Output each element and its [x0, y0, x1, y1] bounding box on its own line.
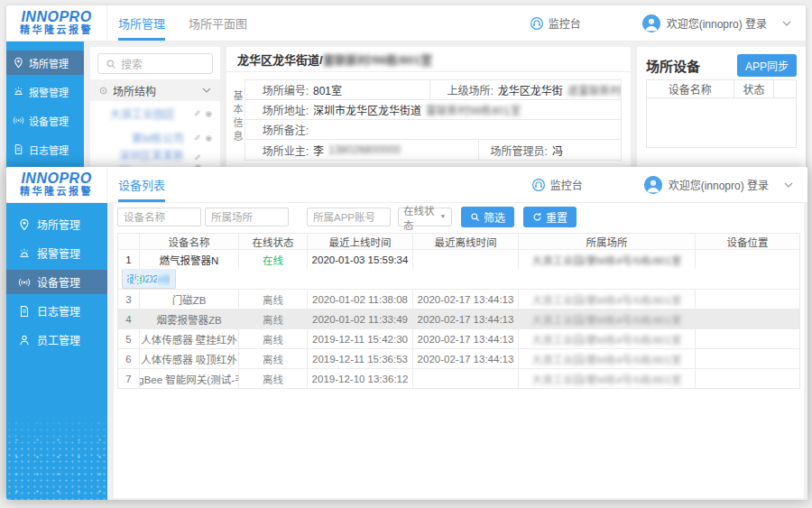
- sidebar-item-label: 日志管理: [29, 143, 69, 157]
- venue-management-window: INNOPRO 精华隆云报警 场所管理 场所平面图 监控台 欢迎您(innopr…: [6, 5, 806, 169]
- sidebar-item-log-management[interactable]: 日志管理: [6, 299, 107, 323]
- sidebar-item-device-management[interactable]: 设备管理: [6, 270, 107, 294]
- column-index: [118, 234, 140, 249]
- app-sync-button[interactable]: APP同步: [737, 54, 797, 77]
- device-list-window: INNOPRO 精华隆云报警 设备列表 监控台 欢迎您(innopro) 登录: [6, 167, 807, 500]
- sidebar-item-device-management[interactable]: 设备管理: [6, 108, 84, 133]
- top-header-right: 监控台 欢迎您(innopro) 登录: [530, 5, 806, 41]
- sidebar-item-staff-management[interactable]: 员工管理: [6, 328, 107, 352]
- breadcrumb-redacted: 富联新村/98栋/801室: [323, 51, 432, 68]
- monitor-console-label: 监控台: [550, 177, 583, 192]
- search-icon: [106, 59, 116, 69]
- tab-venue-floorplan[interactable]: 场所平面图: [189, 5, 247, 41]
- venue-devices-panel: 场所设备 APP同步 设备名称 状态: [636, 47, 806, 169]
- filter-button[interactable]: 筛选: [461, 207, 514, 227]
- row-index: 4: [118, 309, 140, 328]
- row-index: 1: [118, 250, 140, 269]
- form-row-owner: 场所业主: 李 138026800000 场所管理员: 冯: [245, 140, 621, 160]
- sidebar-item-label: 场所管理: [29, 56, 69, 70]
- venue-cell: 大浪工业园/第M栋4号/5栋/801室: [519, 290, 696, 309]
- user-menu[interactable]: 欢迎您(innopro) 登录: [642, 14, 791, 32]
- venue-detail-panel: 龙华区龙华街道/ 富联新村/98栋/801室 基本信息 场所编号: 801室 上…: [226, 47, 631, 169]
- last-offline-cell: 2020-02-17 13:44:13: [413, 309, 519, 328]
- device-name-filter-input[interactable]: [117, 208, 201, 226]
- manager-value: 冯: [548, 143, 563, 158]
- avatar: [642, 14, 660, 32]
- sidebar-item-venue-management[interactable]: 场所管理: [6, 212, 107, 236]
- location-cell: [696, 329, 799, 348]
- row-index: 3: [118, 290, 140, 309]
- last-offline-cell: 2020-02-17 13:44:13: [413, 329, 519, 348]
- chevron-down-icon[interactable]: [784, 182, 793, 188]
- user-menu[interactable]: 欢迎您(innopro) 登录: [644, 176, 793, 194]
- table-row[interactable]: 3 门磁ZB 离线 2020-01-02 11:38:08 2020-02-17…: [118, 289, 799, 309]
- reset-button[interactable]: 重置: [523, 207, 577, 227]
- venue-filter-input[interactable]: [205, 208, 289, 226]
- sidebar-item-label: 日志管理: [37, 303, 80, 319]
- parent-venue-redacted: 道富联新村/98栋: [563, 82, 621, 97]
- world-map-dots-decoration: [6, 414, 107, 500]
- parent-venue-value: 龙华区龙华街: [494, 82, 563, 97]
- last-offline-cell: 2020-01-02 15:16:00: [150, 273, 158, 284]
- node-dot-icon: [99, 87, 107, 95]
- status-cell: 离线: [239, 349, 308, 368]
- venue-no-value: 801室: [309, 82, 342, 97]
- tree-item[interactable]: 大浪工业园区 ✐ ◉: [90, 101, 220, 125]
- device-table-header: 设备名称 在线状态 最近上线时间 最近离线时间 所属场所 设备位置: [118, 234, 799, 249]
- table-row-selected[interactable]: 2 烟雾报警器N 在线 2020-01-02 15:17:12 2020-01-…: [122, 269, 176, 289]
- manager-label: 场所管理员:: [479, 143, 548, 158]
- table-row[interactable]: 5 人体传感器 壁挂红外 离线 2019-12-11 15:42:30 2020…: [118, 328, 799, 348]
- form-row-remark: 场所备注:: [245, 120, 621, 140]
- tree-item-actions[interactable]: ✐ ◉: [194, 134, 220, 143]
- device-name-cell: 人体传感器 吸顶红外: [140, 349, 239, 368]
- filter-bar: 在线状态 ▼ 筛选 重置: [114, 203, 804, 231]
- tree-header-venue-structure[interactable]: 场所结构: [90, 79, 220, 101]
- chevron-down-icon[interactable]: [202, 88, 211, 93]
- monitor-console-link[interactable]: 监控台: [531, 177, 583, 192]
- online-status-select[interactable]: 在线状态 ▼: [398, 208, 452, 226]
- monitor-console-link[interactable]: 监控台: [530, 15, 581, 31]
- column-last-offline-time: 最近离线时间: [413, 234, 519, 249]
- chevron-down-icon[interactable]: [782, 21, 791, 26]
- sidebar-item-venue-management[interactable]: 场所管理: [6, 51, 84, 75]
- status-cell: 离线: [239, 369, 308, 388]
- venue-search-input[interactable]: 搜索: [97, 53, 213, 74]
- venue-no-label: 场所编号:: [245, 82, 309, 97]
- tab-venue-management[interactable]: 场所管理: [118, 5, 165, 41]
- table-row[interactable]: 1 燃气报警器N 在线 2020-01-03 15:59:34 大浪工业园/第M…: [118, 249, 799, 269]
- device-name-cell: 人体传感器 壁挂红外: [140, 329, 239, 348]
- alarm-icon: [13, 86, 24, 97]
- row-index: 5: [118, 329, 140, 348]
- venue-tree-panel: 搜索 场所结构 大浪工业园区 ✐ ◉ 第M栋公司 ✐ ◉: [90, 47, 220, 169]
- tree-item-actions[interactable]: ✐ ◉: [194, 109, 220, 118]
- column-device-location: 设备位置: [696, 234, 799, 249]
- tree-item[interactable]: 深圳区某某新村 ✐ ◉: [90, 150, 220, 169]
- venue-cell: 大浪工业园/第M栋4号/5栋/801室: [519, 309, 696, 328]
- table-row-hovered[interactable]: 4 烟雾报警器ZB 离线 2020-01-02 11:33:49 2020-02…: [118, 309, 799, 328]
- brand-logo: INNOPRO 精华隆云报警: [6, 5, 107, 41]
- column-status: 状态: [734, 80, 774, 97]
- monitor-console-label: 监控台: [549, 15, 581, 31]
- table-row[interactable]: 6 人体传感器 吸顶红外 离线 2019-12-11 15:36:53 2020…: [118, 348, 799, 368]
- monitor-headset-icon: [531, 178, 546, 192]
- device-name-cell: 燃气报警器N: [140, 250, 239, 269]
- last-online-cell: 2019-12-11 15:42:30: [308, 329, 413, 348]
- welcome-text: 欢迎您(innopro) 登录: [667, 15, 767, 31]
- sidebar-item-log-management[interactable]: 日志管理: [6, 137, 84, 162]
- last-offline-cell: [413, 369, 519, 388]
- bottom-header-right: 监控台 欢迎您(innopro) 登录: [531, 167, 807, 202]
- device-name-cell: 烟雾报警器ZB: [140, 309, 239, 328]
- logo-subtitle: 精华隆云报警: [20, 186, 93, 198]
- venue-redacted: 大浪工业园/第M栋4号/5栋/801室: [531, 352, 681, 366]
- sidebar-item-alarm-management[interactable]: 报警管理: [6, 241, 107, 265]
- tab-device-list[interactable]: 设备列表: [118, 167, 165, 202]
- venue-redacted: 大浪工业园/第M栋4号/5栋/801室: [531, 332, 681, 346]
- app-account-filter-input[interactable]: [307, 208, 391, 226]
- status-cell: 在线: [239, 250, 308, 269]
- column-venue: 所属场所: [519, 234, 696, 249]
- table-row[interactable]: 7 ZigBee 智能网关(测试-韦) 离线 2019-12-10 13:36:…: [118, 368, 799, 388]
- venue-redacted: 大浪工业园/第M栋4号/5栋/801室: [531, 372, 681, 386]
- venue-redacted: 大浪工业园/第M栋4号/5栋/801室: [531, 312, 681, 327]
- sidebar-item-alarm-management[interactable]: 报警管理: [6, 79, 84, 104]
- location-cell: [696, 290, 799, 309]
